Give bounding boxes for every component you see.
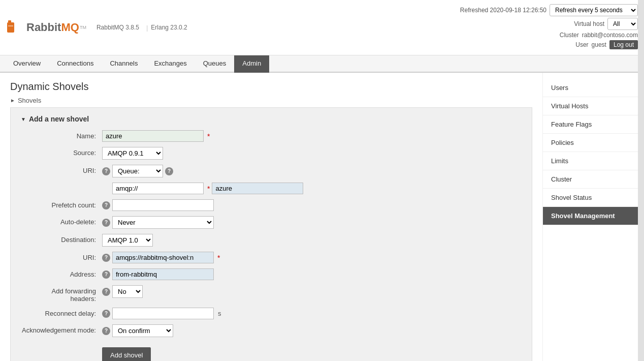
nav-admin[interactable]: Admin: [234, 55, 269, 73]
cluster-label: Cluster: [560, 32, 579, 39]
source-uri-input[interactable]: [112, 183, 204, 194]
source-row: Source: AMQP 0.9.1 AMQP 1.0: [21, 147, 522, 160]
prefetch-label: Prefetch count:: [21, 199, 102, 209]
logo-mq: MQ: [61, 21, 79, 34]
address-input[interactable]: [112, 268, 214, 280]
address-row: Address: ?: [21, 268, 522, 280]
reconnect-help-icon[interactable]: ?: [102, 310, 110, 318]
svg-rect-2: [8, 25, 13, 26]
sidebar-item-feature-flags[interactable]: Feature Flags: [543, 115, 644, 134]
address-label: Address:: [21, 268, 102, 278]
fwd-headers-row: Add forwarding headers: ? No Yes: [21, 285, 522, 303]
source-uri-row: URI: ? Queue: Exchange: ?: [21, 165, 522, 177]
source-uri-label: URI:: [21, 165, 102, 174]
dest-proto-select[interactable]: AMQP 1.0 AMQP 0.9.1: [102, 234, 153, 247]
logo-rabbit: Rabbit: [26, 21, 61, 34]
queue-name-input[interactable]: [212, 183, 303, 194]
prefetch-control: ?: [102, 199, 214, 211]
logo-tm: TM: [80, 25, 86, 30]
name-required: *: [207, 132, 210, 140]
name-row: Name: *: [21, 130, 522, 142]
destination-row: Destination: AMQP 1.0 AMQP 0.9.1: [21, 234, 522, 247]
auto-delete-select[interactable]: Never After initial length consumed Afte…: [112, 216, 214, 229]
sidebar-item-limits[interactable]: Limits: [543, 152, 644, 170]
fwd-headers-select[interactable]: No Yes: [112, 285, 143, 298]
prefetch-help-icon[interactable]: ?: [102, 201, 110, 209]
source-uri-help-icon[interactable]: ?: [102, 167, 110, 175]
rabbitmq-logo-icon: [6, 18, 24, 37]
erlang-version: Erlang 23.0.2: [151, 24, 187, 31]
ack-mode-select[interactable]: On confirm On publish No ack: [112, 324, 173, 337]
dest-uri-input[interactable]: [112, 252, 214, 263]
sidebar-item-virtual-hosts[interactable]: Virtual Hosts: [543, 97, 644, 115]
refreshed-label: Refreshed 2020-09-18 12:26:50: [460, 7, 546, 14]
reconnect-control: ? s: [102, 308, 221, 319]
user-label: User: [575, 41, 588, 48]
prefetch-row: Prefetch count: ?: [21, 199, 522, 211]
auto-delete-help-icon[interactable]: ?: [102, 219, 110, 227]
sidebar-item-shovel-management[interactable]: Shovel Management: [543, 207, 644, 225]
header-right: Refreshed 2020-09-18 12:26:50 Refresh ev…: [460, 4, 638, 51]
sidebar-item-shovel-status[interactable]: Shovel Status: [543, 189, 644, 207]
add-shovel-title[interactable]: ▼ Add a new shovel: [21, 115, 522, 123]
nav-exchanges[interactable]: Exchanges: [146, 55, 195, 73]
virtual-host-label: Virtual host: [574, 20, 604, 27]
logo: RabbitMQTM: [6, 18, 86, 37]
nav-channels[interactable]: Channels: [102, 55, 146, 73]
dest-uri-row: URI: ? *: [21, 252, 522, 263]
rabbitmq-version: RabbitMQ 3.8.5: [96, 24, 139, 31]
fwd-headers-label: Add forwarding headers:: [21, 285, 102, 303]
dest-uri-required: *: [217, 254, 220, 262]
cluster-value: rabbit@contoso.com: [582, 32, 638, 39]
shovels-toggle-label: Shovels: [18, 97, 41, 104]
source-uri-value-control: *: [112, 183, 303, 194]
prefetch-input[interactable]: [112, 199, 214, 211]
svg-rect-1: [8, 20, 11, 25]
sidebar: Users Virtual Hosts Feature Flags Polici…: [542, 73, 644, 361]
name-input[interactable]: [102, 130, 204, 142]
reconnect-row: Reconnect delay: ? s: [21, 308, 522, 319]
add-shovel-triangle-icon: ▼: [21, 116, 26, 122]
sidebar-item-policies[interactable]: Policies: [543, 134, 644, 152]
add-shovel-section: ▼ Add a new shovel Name: * Source: AMQP …: [10, 107, 532, 361]
queue-type-help-icon[interactable]: ?: [165, 167, 173, 175]
destination-label: Destination:: [21, 234, 102, 244]
dest-uri-help-icon[interactable]: ?: [102, 254, 110, 262]
address-control: ?: [102, 268, 214, 280]
source-proto-select[interactable]: AMQP 0.9.1 AMQP 1.0: [102, 147, 163, 160]
dest-uri-control: ? *: [102, 252, 220, 263]
sidebar-item-cluster[interactable]: Cluster: [543, 170, 644, 189]
auto-delete-control: ? Never After initial length consumed Af…: [102, 216, 214, 229]
reconnect-unit: s: [218, 310, 221, 317]
refresh-select[interactable]: Refresh every 5 seconds Refresh every 10…: [550, 4, 638, 16]
logout-button[interactable]: Log out: [609, 40, 638, 49]
main-content: Dynamic Shovels ► Shovels ▼ Add a new sh…: [0, 73, 542, 361]
ack-mode-row: Acknowledgement mode: ? On confirm On pu…: [21, 324, 522, 337]
reconnect-label: Reconnect delay:: [21, 308, 102, 317]
reconnect-input[interactable]: [112, 308, 214, 319]
source-uri-value-row: *: [21, 183, 522, 194]
nav-queues[interactable]: Queues: [195, 55, 235, 73]
source-label: Source:: [21, 147, 102, 157]
nav-connections[interactable]: Connections: [49, 55, 102, 73]
scrollbar[interactable]: [638, 0, 644, 361]
shovels-toggle[interactable]: ► Shovels: [10, 97, 532, 104]
add-shovel-button[interactable]: Add shovel: [102, 347, 151, 361]
nav-overview[interactable]: Overview: [5, 55, 49, 73]
sidebar-item-users[interactable]: Users: [543, 79, 644, 97]
fwd-headers-control: ? No Yes: [102, 285, 143, 298]
ack-mode-help-icon[interactable]: ?: [102, 327, 110, 335]
fwd-headers-help-icon[interactable]: ?: [102, 288, 110, 296]
address-help-icon[interactable]: ?: [102, 270, 110, 279]
header: RabbitMQTM RabbitMQ 3.8.5 | Erlang 23.0.…: [0, 0, 644, 55]
ack-mode-label: Acknowledgement mode:: [21, 324, 102, 334]
ack-mode-control: ? On confirm On publish No ack: [102, 324, 173, 337]
destination-control: AMQP 1.0 AMQP 0.9.1: [102, 234, 153, 247]
source-uri-spacer: [21, 183, 112, 185]
queue-type-select[interactable]: Queue: Exchange:: [112, 165, 163, 177]
virtual-host-select[interactable]: All /: [607, 18, 638, 30]
source-uri-required: *: [207, 185, 210, 193]
name-control: *: [102, 130, 210, 142]
name-label: Name:: [21, 130, 102, 140]
source-control: AMQP 0.9.1 AMQP 1.0: [102, 147, 163, 160]
